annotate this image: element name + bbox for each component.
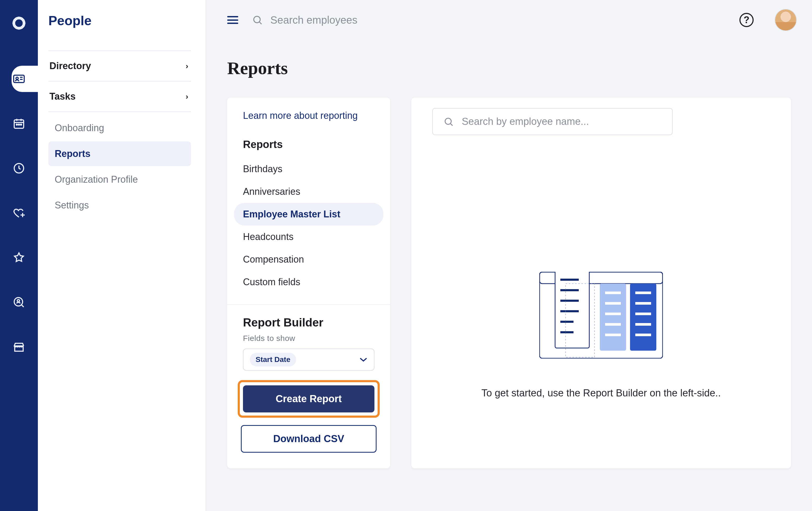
svg-point-1 <box>16 77 19 80</box>
sidebar-item-label: Settings <box>55 200 89 211</box>
chevron-right-icon: › <box>186 92 188 101</box>
rail-item-calendar[interactable] <box>0 114 38 133</box>
fields-to-show-label: Fields to show <box>227 334 390 349</box>
sidebar-item-label: Directory <box>50 60 91 71</box>
create-report-highlight: Create Report <box>238 380 380 418</box>
page-title: Reports <box>227 58 812 79</box>
rail-item-reviews[interactable] <box>0 248 38 267</box>
svg-point-8 <box>16 124 17 125</box>
svg-rect-23 <box>555 272 589 348</box>
report-type-employee-master-list[interactable]: Employee Master List <box>234 203 383 226</box>
svg-line-16 <box>22 305 24 307</box>
svg-line-20 <box>451 124 453 126</box>
rail-item-time[interactable] <box>0 159 38 178</box>
report-type-birthdays[interactable]: Birthdays <box>227 158 390 180</box>
sidebar-item-onboarding[interactable]: Onboarding <box>48 116 191 140</box>
secondary-sidebar: People Directory › Tasks › Onboarding Re… <box>38 0 206 511</box>
employee-search[interactable] <box>432 108 673 135</box>
search-input[interactable] <box>270 14 726 26</box>
reports-sidebar-card: Learn more about reporting Reports Birth… <box>227 97 390 469</box>
employee-search-input[interactable] <box>462 116 662 127</box>
reports-heading: Reports <box>227 132 390 158</box>
heart-plus-icon <box>12 207 25 219</box>
question-icon: ? <box>744 14 749 26</box>
report-builder-illustration <box>539 272 663 359</box>
sidebar-item-label: Reports <box>55 148 90 159</box>
user-avatar[interactable] <box>775 9 796 30</box>
id-card-icon <box>12 72 25 85</box>
topbar: ? <box>206 0 812 40</box>
report-results-card: To get started, use the Report Builder o… <box>411 97 791 469</box>
store-icon <box>12 341 25 353</box>
chevron-down-icon <box>359 357 368 362</box>
svg-point-15 <box>17 300 20 302</box>
report-builder-heading: Report Builder <box>227 316 390 334</box>
search-icon <box>252 14 263 26</box>
svg-point-9 <box>19 124 20 125</box>
report-type-headcounts[interactable]: Headcounts <box>227 226 390 248</box>
person-search-icon <box>12 296 25 309</box>
app-logo[interactable] <box>11 16 26 30</box>
svg-point-10 <box>21 124 22 125</box>
empty-state-hint: To get started, use the Report Builder o… <box>482 387 721 399</box>
sidebar-item-label: Tasks <box>50 91 76 102</box>
star-icon <box>12 251 25 264</box>
rail-item-people[interactable] <box>0 69 38 88</box>
svg-point-19 <box>445 118 451 124</box>
create-report-button[interactable]: Create Report <box>243 385 374 413</box>
report-type-anniversaries[interactable]: Anniversaries <box>227 180 390 203</box>
sidebar-item-reports[interactable]: Reports <box>48 142 191 166</box>
sidebar-item-label: Onboarding <box>55 122 104 133</box>
content-row: Learn more about reporting Reports Birth… <box>206 97 812 469</box>
calendar-icon <box>12 117 25 130</box>
sidebar-item-tasks[interactable]: Tasks › <box>48 82 191 112</box>
sidebar-item-org-profile[interactable]: Organization Profile <box>48 167 191 192</box>
main: ? Reports Learn more about reporting Rep… <box>206 0 812 511</box>
svg-line-18 <box>260 22 262 24</box>
chevron-right-icon: › <box>186 61 188 70</box>
learn-more-link[interactable]: Learn more about reporting <box>227 108 390 132</box>
report-type-compensation[interactable]: Compensation <box>227 248 390 271</box>
help-button[interactable]: ? <box>740 13 754 27</box>
fields-dropdown[interactable]: Start Date <box>243 349 374 371</box>
icon-rail <box>0 0 38 511</box>
sidebar-item-settings[interactable]: Settings <box>48 193 191 218</box>
svg-point-17 <box>254 16 260 23</box>
selected-field-chip: Start Date <box>250 353 296 366</box>
sidebar-item-label: Organization Profile <box>55 174 138 185</box>
clock-icon <box>12 162 25 175</box>
global-search[interactable] <box>252 14 726 26</box>
search-icon <box>443 116 454 127</box>
rail-item-marketplace[interactable] <box>0 337 38 356</box>
download-csv-button[interactable]: Download CSV <box>241 425 377 453</box>
report-type-custom-fields[interactable]: Custom fields <box>227 271 390 293</box>
rail-item-benefits[interactable] <box>0 204 38 222</box>
menu-toggle-button[interactable] <box>227 16 238 24</box>
section-title: People <box>48 13 191 28</box>
divider <box>227 304 390 305</box>
sidebar-item-directory[interactable]: Directory › <box>48 51 191 81</box>
rail-item-search-people[interactable] <box>0 293 38 312</box>
